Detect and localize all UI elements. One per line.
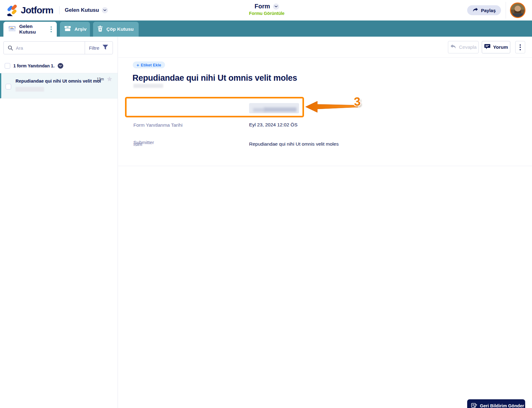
- top-header: Jotform Gelen Kutusu Form Formu Görüntül…: [0, 0, 532, 20]
- trash-icon: [97, 25, 103, 33]
- submissions-list-header: 1 form Yanıtından 1.: [0, 60, 63, 71]
- comment-bubble-icon: [484, 44, 490, 51]
- tab-archive[interactable]: Arşiv: [60, 22, 90, 37]
- content-divider: [118, 57, 532, 58]
- share-button-label: Paylaş: [481, 8, 496, 13]
- feedback-button-label: Geri Bildirim Gönder: [480, 403, 524, 408]
- plus-icon: +: [136, 63, 139, 67]
- inbox-toolbar: Gelen Kutusu Arşiv: [0, 20, 532, 37]
- header-divider: [506, 2, 506, 19]
- jotform-logo[interactable]: Jotform: [6, 3, 53, 18]
- field-value-name: Repudiandae qui nihi Ut omnis velit mole…: [249, 141, 339, 147]
- more-options-button[interactable]: [515, 41, 525, 53]
- submission-title: Repudiandae qui nihi Ut omnis velit mol: [16, 79, 101, 84]
- tab-inbox-label: Gelen Kutusu: [19, 24, 46, 35]
- archive-icon: [64, 26, 71, 33]
- jotform-logo-icon: [6, 3, 19, 18]
- tab-archive-label: Arşiv: [74, 26, 87, 32]
- comment-button[interactable]: Yorum: [482, 41, 510, 53]
- form-chevron-down-icon[interactable]: [273, 3, 279, 10]
- feedback-icon: [471, 403, 477, 408]
- star-icon[interactable]: [107, 76, 112, 83]
- search-input[interactable]: [16, 45, 85, 51]
- add-tag-label: Etiket Ekle: [141, 63, 161, 67]
- feedback-button[interactable]: Geri Bildirim Gönder: [467, 399, 525, 408]
- redacted-submitter-value: [249, 103, 299, 113]
- annotation-arrow-icon: [305, 99, 358, 116]
- form-title: Form: [255, 3, 270, 10]
- tab-inbox-menu-icon[interactable]: [49, 25, 53, 34]
- chevron-down-icon: [102, 7, 108, 13]
- kebab-menu-icon: [520, 44, 521, 50]
- select-all-checkbox[interactable]: [5, 63, 10, 69]
- share-button[interactable]: Paylaş: [467, 5, 501, 15]
- search-box: Filtre: [3, 41, 113, 54]
- jotform-inbox-app: Jotform Gelen Kutusu Form Formu Görüntül…: [0, 0, 532, 408]
- tab-inbox[interactable]: Gelen Kutusu: [3, 22, 57, 37]
- submissions-sidebar: Filtre 1 form Yanıtından 1. Repudiandae …: [0, 37, 118, 408]
- tab-trash-label: Çöp Kutusu: [106, 26, 134, 32]
- inbox-envelope-icon: [8, 26, 16, 33]
- avatar[interactable]: [510, 2, 525, 18]
- detail-divider: [118, 166, 532, 166]
- redacted-subtitle: [133, 84, 163, 88]
- workspace-label: Gelen Kutusu: [65, 7, 99, 13]
- annotation-number: 3: [354, 95, 361, 108]
- submission-detail-title: Repudiandae qui nihi Ut omnis velit mole…: [132, 73, 297, 83]
- search-icon: [4, 45, 16, 51]
- tab-trash[interactable]: Çöp Kutusu: [93, 22, 139, 37]
- workspace-switcher[interactable]: Gelen Kutusu: [65, 7, 108, 13]
- field-value-date: Eyl 23, 2024 12:02 ÖS: [249, 122, 297, 128]
- jotform-logo-text: Jotform: [21, 5, 53, 16]
- add-tag-button[interactable]: + Etiket Ekle: [133, 61, 165, 68]
- field-label-name: İsim: [133, 142, 142, 147]
- filter-label: Filtre: [89, 45, 99, 51]
- share-icon: [472, 7, 478, 13]
- submission-redacted-preview: [16, 87, 44, 92]
- reply-icon: [450, 44, 456, 50]
- sort-chevron-down-badge[interactable]: [58, 63, 63, 69]
- comment-button-label: Yorum: [493, 44, 508, 50]
- field-label-date: Form Yanıtlanma Tarihi: [133, 122, 183, 128]
- filter-funnel-icon: [102, 44, 109, 52]
- submission-list-item[interactable]: Repudiandae qui nihi Ut omnis velit mol …: [0, 73, 118, 98]
- submissions-count-label: 1 form Yanıtından 1.: [13, 63, 55, 68]
- reply-button-label: Cevapla: [459, 44, 477, 50]
- submission-time: 13m: [97, 77, 104, 81]
- filter-button[interactable]: Filtre: [85, 42, 113, 54]
- view-form-link[interactable]: Formu Görüntüle: [249, 11, 284, 16]
- header-divider: [59, 6, 60, 14]
- submission-detail-panel: Cevapla Yorum + Etiket Ekle Repudiandae …: [118, 37, 532, 408]
- submission-checkbox[interactable]: [6, 84, 11, 89]
- reply-button[interactable]: Cevapla: [448, 41, 479, 53]
